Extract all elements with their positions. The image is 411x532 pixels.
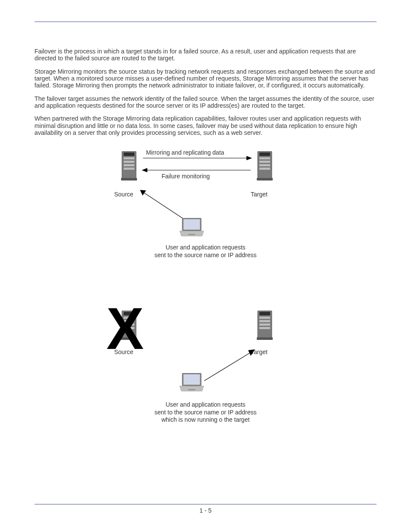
arrow-request-target-icon: [199, 347, 259, 384]
failed-x-icon: X: [106, 305, 144, 352]
caption-after-l2: sent to the source name or IP address: [154, 409, 256, 416]
label-target: Target: [251, 191, 268, 198]
label-source: Source: [114, 191, 133, 198]
para-4: When partnered with the Storage Mirrorin…: [34, 115, 377, 136]
top-rule: [34, 22, 377, 22]
caption-after-l1: User and application requests: [165, 401, 245, 408]
target-server-icon: [255, 151, 274, 181]
para-3: The failover target assumes the network …: [34, 95, 377, 109]
caption-after-l3: which is now running o the target: [162, 416, 250, 423]
laptop-icon: [179, 218, 205, 238]
arrow-mirror-icon: [141, 156, 253, 161]
svg-marker-12: [246, 156, 252, 160]
source-server-icon: [119, 151, 139, 181]
svg-line-15: [144, 193, 187, 221]
para-1: Failover is the process in which a targe…: [34, 48, 377, 62]
body-text: Failover is the process in which a targe…: [34, 48, 377, 136]
svg-marker-18: [248, 349, 255, 356]
label-mirroring: Mirroring and replicating data: [146, 149, 224, 156]
caption-before-l2: sent to the source name or IP address: [154, 252, 256, 258]
label-monitoring: Failure monitoring: [162, 173, 210, 180]
bottom-rule: [34, 504, 377, 504]
svg-line-17: [204, 352, 251, 381]
arrow-monitor-icon: [141, 168, 253, 173]
page-number: 1 - 5: [34, 507, 377, 514]
para-2: Storage Mirroring monitors the source st…: [34, 68, 377, 89]
diagram-before-failover: Mirroring and replicating data Failure m…: [115, 147, 296, 272]
svg-marker-16: [140, 190, 146, 196]
caption-before-l1: User and application requests: [165, 244, 245, 251]
diagram-after-failover: X Source Target User and application req…: [115, 298, 296, 440]
target-server-active-icon: [255, 311, 274, 341]
svg-marker-14: [142, 168, 147, 172]
laptop-icon-2: [179, 373, 205, 393]
caption-before: User and application requests sent to th…: [115, 244, 296, 259]
caption-after: User and application requests sent to th…: [115, 401, 296, 424]
label-source-2: Source: [114, 348, 133, 355]
